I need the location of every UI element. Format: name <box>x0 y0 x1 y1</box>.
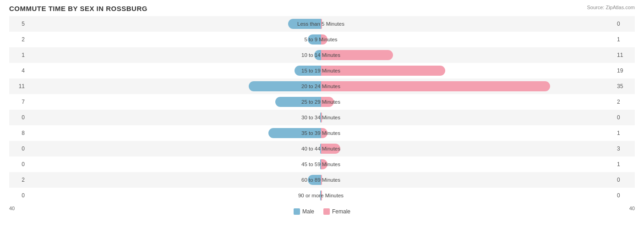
legend-female: Female <box>323 208 350 215</box>
male-value: 8 <box>9 130 27 136</box>
legend-male: Male <box>294 208 314 215</box>
legend: Male Female <box>294 208 350 215</box>
chart-area: 5 Less than 5 Minutes 0 2 5 <box>9 16 635 206</box>
female-bar <box>321 66 445 76</box>
male-bar <box>308 175 321 185</box>
male-bar <box>249 81 321 91</box>
male-value: 11 <box>9 83 27 89</box>
male-value: 5 <box>9 21 27 27</box>
chart-row: 0 90 or more Minutes 0 <box>9 188 635 203</box>
female-bar <box>321 159 327 169</box>
female-value: 0 <box>614 177 635 183</box>
male-bar <box>275 97 321 107</box>
chart-row: 1 10 to 14 Minutes 11 <box>9 47 635 63</box>
female-value: 1 <box>614 36 635 43</box>
bars-wrapper: 20 to 24 Minutes <box>27 78 614 94</box>
chart-row: 8 35 to 39 Minutes 1 <box>9 125 635 141</box>
male-bar-container <box>268 128 321 138</box>
male-value: 0 <box>9 161 27 167</box>
chart-row: 11 20 to 24 Minutes 35 <box>9 78 635 94</box>
axis-right-value: 40 <box>629 206 635 215</box>
male-bar <box>268 128 321 138</box>
male-value: 0 <box>9 114 27 121</box>
female-bar <box>321 34 327 45</box>
bars-wrapper: 45 to 59 Minutes <box>27 156 614 172</box>
female-value: 3 <box>614 145 635 152</box>
chart-container: COMMUTE TIME BY SEX IN ROSSBURG Source: … <box>0 0 644 240</box>
female-value: 0 <box>614 21 635 27</box>
axis-left-value: 40 <box>9 206 15 215</box>
male-bar <box>314 50 321 60</box>
male-value: 4 <box>9 67 27 74</box>
male-value: 2 <box>9 36 27 43</box>
male-bar-container <box>275 97 321 107</box>
female-bar <box>321 190 322 201</box>
female-bar <box>321 50 393 60</box>
male-bar <box>288 19 321 29</box>
male-color-swatch <box>294 208 300 215</box>
female-bar <box>321 175 322 185</box>
male-value: 7 <box>9 99 27 105</box>
bars-wrapper: 30 to 34 Minutes <box>27 110 614 125</box>
bars-wrapper: Less than 5 Minutes <box>27 16 614 32</box>
female-bar-container <box>321 97 334 107</box>
axis-values: 40 Male Female 40 <box>9 206 635 216</box>
female-label: Female <box>332 208 350 215</box>
female-bar-container <box>321 34 327 45</box>
chart-row: 2 60 to 89 Minutes 0 <box>9 172 635 188</box>
male-value: 2 <box>9 177 27 183</box>
female-bar <box>321 81 550 91</box>
female-value: 11 <box>614 52 635 58</box>
male-bar-container <box>249 81 321 91</box>
female-bar <box>321 144 341 154</box>
chart-row: 0 30 to 34 Minutes 0 <box>9 110 635 125</box>
bars-wrapper: 25 to 29 Minutes <box>27 94 614 110</box>
female-value: 0 <box>614 114 635 121</box>
female-color-swatch <box>323 208 330 215</box>
female-value: 1 <box>614 130 635 136</box>
female-bar <box>321 128 327 138</box>
female-bar-container <box>321 144 341 154</box>
chart-row: 5 Less than 5 Minutes 0 <box>9 16 635 32</box>
female-value: 1 <box>614 161 635 167</box>
male-value: 0 <box>9 192 27 199</box>
female-bar-container <box>321 81 550 91</box>
female-bar-container <box>321 159 327 169</box>
bars-wrapper: 15 to 19 Minutes <box>27 63 614 78</box>
male-bar-container <box>308 175 321 185</box>
female-bar-container <box>321 50 393 60</box>
chart-row: 7 25 to 29 Minutes 2 <box>9 94 635 110</box>
chart-row: 0 45 to 59 Minutes 1 <box>9 156 635 172</box>
bars-wrapper: 35 to 39 Minutes <box>27 125 614 141</box>
female-bar <box>321 19 322 29</box>
bars-wrapper: 90 or more Minutes <box>27 188 614 203</box>
female-bar-container <box>321 128 327 138</box>
chart-title: COMMUTE TIME BY SEX IN ROSSBURG <box>9 5 635 12</box>
bars-wrapper: 10 to 14 Minutes <box>27 47 614 63</box>
female-value: 35 <box>614 83 635 89</box>
bars-wrapper: 60 to 89 Minutes <box>27 172 614 188</box>
female-bar-container <box>321 66 445 76</box>
chart-row: 4 15 to 19 Minutes 19 <box>9 63 635 78</box>
male-bar-container <box>295 66 321 76</box>
male-bar <box>308 34 321 45</box>
male-label: Male <box>302 208 314 215</box>
female-value: 19 <box>614 67 635 74</box>
male-bar-container <box>308 34 321 45</box>
source-label: Source: ZipAtlas.com <box>587 5 635 10</box>
female-value: 2 <box>614 99 635 105</box>
bars-wrapper: 5 to 9 Minutes <box>27 32 614 47</box>
male-value: 0 <box>9 145 27 152</box>
chart-row: 0 40 to 44 Minutes 3 <box>9 141 635 156</box>
male-bar <box>295 66 321 76</box>
male-bar-container <box>288 19 321 29</box>
male-value: 1 <box>9 52 27 58</box>
chart-row: 2 5 to 9 Minutes 1 <box>9 32 635 47</box>
female-value: 0 <box>614 192 635 199</box>
female-bar <box>321 112 322 123</box>
bars-wrapper: 40 to 44 Minutes <box>27 141 614 156</box>
female-bar <box>321 97 334 107</box>
male-bar-container <box>314 50 321 60</box>
